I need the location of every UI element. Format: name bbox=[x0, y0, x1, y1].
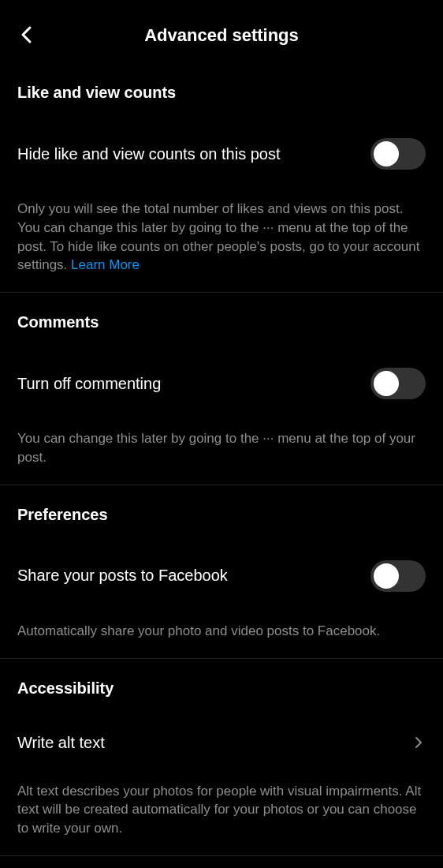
section-comments: Comments Turn off commenting You can cha… bbox=[0, 293, 443, 485]
toggle-commenting[interactable] bbox=[370, 368, 426, 399]
description-accessibility: Alt text describes your photos for peopl… bbox=[17, 782, 426, 838]
section-title-comments: Comments bbox=[17, 313, 426, 331]
toggle-row-hide-counts: Hide like and view counts on this post bbox=[17, 138, 426, 170]
description-likes: Only you will see the total number of li… bbox=[17, 200, 426, 275]
back-icon[interactable] bbox=[17, 25, 36, 44]
toggle-knob bbox=[374, 141, 399, 166]
section-title-likes: Like and view counts bbox=[17, 84, 426, 102]
toggle-label-hide-counts: Hide like and view counts on this post bbox=[17, 145, 370, 163]
section-accessibility: Accessibility Write alt text Alt text de… bbox=[0, 659, 443, 856]
nav-label-alt-text: Write alt text bbox=[17, 734, 105, 752]
toggle-row-commenting: Turn off commenting bbox=[17, 368, 426, 399]
page-title: Advanced settings bbox=[17, 25, 426, 46]
section-title-accessibility: Accessibility bbox=[17, 679, 426, 698]
header: Advanced settings bbox=[0, 0, 443, 63]
section-likes: Like and view counts Hide like and view … bbox=[0, 63, 443, 293]
nav-row-alt-text[interactable]: Write alt text bbox=[17, 734, 426, 752]
toggle-facebook[interactable] bbox=[370, 560, 426, 592]
toggle-label-commenting: Turn off commenting bbox=[17, 375, 370, 393]
section-title-preferences: Preferences bbox=[17, 506, 426, 524]
toggle-knob bbox=[374, 563, 399, 589]
toggle-hide-counts[interactable] bbox=[370, 138, 426, 170]
toggle-knob bbox=[374, 371, 399, 396]
toggle-label-facebook: Share your posts to Facebook bbox=[17, 567, 370, 585]
learn-more-link[interactable]: Learn More bbox=[71, 257, 140, 272]
toggle-row-facebook: Share your posts to Facebook bbox=[17, 560, 426, 592]
chevron-right-icon bbox=[411, 735, 426, 750]
section-preferences: Preferences Share your posts to Facebook… bbox=[0, 485, 443, 659]
description-comments: You can change this later by going to th… bbox=[17, 429, 426, 467]
description-preferences: Automatically share your photo and video… bbox=[17, 622, 426, 641]
